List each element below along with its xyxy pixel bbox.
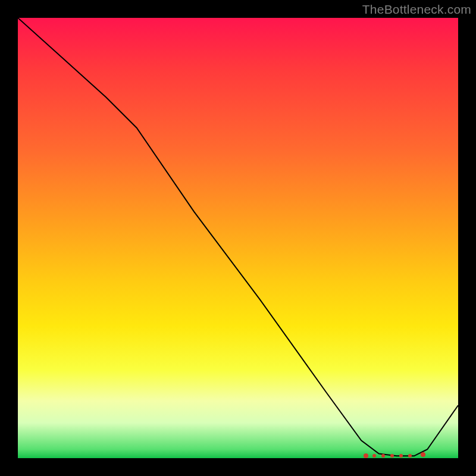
chart-marker bbox=[399, 454, 403, 458]
chart-marker bbox=[421, 452, 425, 457]
chart-marker bbox=[390, 454, 394, 458]
chart-marker bbox=[372, 454, 376, 458]
chart-marker bbox=[381, 454, 385, 458]
watermark-text: TheBottleneck.com bbox=[362, 2, 471, 17]
chart-frame: TheBottleneck.com bbox=[0, 0, 476, 476]
chart-marker bbox=[408, 454, 412, 458]
chart-series-curve bbox=[18, 18, 458, 456]
chart-marker bbox=[364, 453, 368, 458]
chart-line-layer bbox=[18, 18, 458, 458]
chart-plot-area bbox=[18, 18, 458, 458]
